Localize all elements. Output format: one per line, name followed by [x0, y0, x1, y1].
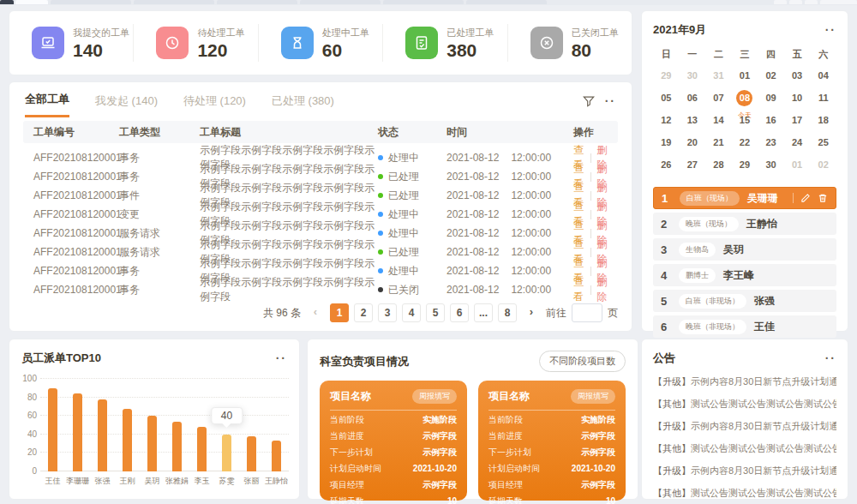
page-button[interactable]: 6 [450, 303, 469, 322]
day-cell[interactable]: 02 [758, 66, 784, 86]
day-cell[interactable]: 24 [784, 133, 811, 153]
day-cell[interactable]: 09 [758, 88, 784, 108]
goto-page-input[interactable] [572, 303, 602, 322]
project-card[interactable]: 项目名称 周报填写 当前阶段实施阶段 当前进度示例字段 下一步计划示例字段 计划… [320, 381, 467, 501]
top-tab[interactable] [51, 0, 131, 4]
day-cell[interactable]: 02 [810, 155, 836, 175]
page-button[interactable]: 8 [498, 303, 517, 322]
day-cell[interactable]: 18 [810, 111, 836, 130]
announcement-item[interactable]: 【升级】示例内容8月30日新节点升级计划通知 [653, 420, 836, 433]
delete-link[interactable]: 删除 [596, 275, 608, 304]
schedule-item[interactable]: 4鹏博士李王峰 [653, 264, 836, 286]
top-tab[interactable] [820, 0, 857, 4]
top-tab[interactable] [466, 0, 547, 4]
day-cell[interactable]: 10 [784, 88, 811, 108]
schedule-item[interactable]: 6晚班（非现场）王佳 [653, 315, 836, 338]
table-row[interactable]: AFF202108120001事务示例字段示例字段示例字段示例字段示例字段 已关… [23, 275, 618, 294]
prev-page-button[interactable]: ‹ [306, 303, 325, 322]
day-cell[interactable]: 06 [680, 88, 706, 108]
weekly-report-badge[interactable]: 周报填写 [571, 389, 615, 404]
bar[interactable] [172, 422, 182, 471]
day-cell[interactable]: 01 [784, 155, 811, 175]
day-cell[interactable]: 23 [758, 133, 784, 153]
next-page-button[interactable]: › [522, 303, 541, 322]
day-cell[interactable]: 12 [653, 111, 680, 130]
table-row[interactable]: AFF202108120001事务示例字段示例字段示例字段示例字段示例字段 处理… [23, 143, 618, 162]
day-cell[interactable]: 19 [653, 133, 680, 153]
announcement-item[interactable]: 【其他】测试公告测试公告测试公告测试公告测试公告 [653, 398, 836, 411]
top-tab[interactable] [300, 0, 381, 4]
day-cell[interactable]: 11 [810, 88, 836, 108]
trash-icon[interactable] [818, 193, 828, 203]
bar[interactable] [48, 388, 57, 471]
day-cell[interactable]: 20 [680, 133, 706, 153]
project-card[interactable]: 项目名称 周报填写 当前阶段实施阶段 当前进度示例字段 下一步计划示例字段 计划… [478, 381, 626, 501]
stage-count-button[interactable]: 不同阶段项目数 [539, 351, 626, 372]
table-row[interactable]: AFF202108120001服务请求示例字段示例字段示例字段示例字段示例字段 … [23, 237, 618, 256]
schedule-item[interactable]: 5白班（非现场）张强 [653, 290, 836, 312]
table-row[interactable]: AFF202108120001变更示例字段示例字段示例字段示例字段示例字段 处理… [23, 200, 618, 219]
day-cell[interactable]: 04 [810, 66, 836, 86]
schedule-item[interactable]: 2晚班（现场）王静怡 [653, 213, 836, 235]
tab-processed[interactable]: 已处理 (380) [272, 93, 334, 117]
day-cell[interactable]: 16 [758, 111, 784, 130]
tab-my-initiated[interactable]: 我发起 (140) [95, 93, 158, 117]
more-icon[interactable]: ·· [825, 27, 836, 33]
tab-pending[interactable]: 待处理 (120) [183, 93, 246, 117]
bar[interactable] [123, 409, 132, 471]
announcement-item[interactable]: 【其他】测试公告测试公告测试公告测试公告测试公告 [653, 442, 836, 455]
day-cell[interactable]: 03 [784, 66, 811, 86]
table-row[interactable]: AFF202108120001事件示例字段示例字段示例字段示例字段示例字段 已处… [23, 181, 618, 200]
top-tab[interactable] [134, 0, 214, 4]
bar[interactable] [197, 427, 207, 471]
day-cell[interactable]: 30 [758, 155, 784, 175]
day-cell[interactable]: 29 [732, 155, 758, 175]
more-icon[interactable]: ·· [605, 98, 616, 105]
day-cell[interactable]: 30 [680, 66, 706, 86]
day-cell[interactable]: 05 [653, 88, 680, 108]
filter-icon[interactable] [583, 95, 595, 107]
top-tab[interactable] [774, 0, 787, 4]
day-cell[interactable]: 22 [732, 133, 758, 153]
bar[interactable] [147, 416, 157, 471]
day-cell[interactable]: 01 [732, 66, 758, 86]
top-tab[interactable] [805, 0, 818, 4]
bar[interactable] [247, 436, 256, 471]
top-tab[interactable] [217, 0, 297, 4]
table-row[interactable]: AFF202108120001事务示例字段示例字段示例字段示例字段示例字段 处理… [23, 256, 618, 275]
more-icon[interactable]: ·· [276, 355, 287, 362]
day-cell-today[interactable]: 08今天 [732, 88, 758, 108]
page-button[interactable]: 4 [402, 303, 421, 322]
page-button[interactable]: 3 [378, 303, 397, 322]
tab-all-orders[interactable]: 全部工单 [25, 92, 69, 117]
announcement-item[interactable]: 【升级】示例内容8月30日新节点升级计划通知 [653, 375, 836, 388]
top-tab[interactable] [383, 0, 464, 4]
more-icon[interactable]: ·· [825, 355, 836, 362]
day-cell[interactable]: 17 [784, 111, 811, 130]
top-tab[interactable] [0, 0, 14, 4]
schedule-item[interactable]: 1 白班（现场） 吴珊珊 [653, 187, 836, 209]
page-button[interactable]: 1 [330, 303, 349, 322]
page-ellipsis[interactable]: ... [474, 303, 493, 322]
page-button[interactable]: 2 [354, 303, 373, 322]
day-cell[interactable]: 29 [653, 66, 680, 86]
view-link[interactable]: 查看 [573, 275, 584, 304]
announcement-item[interactable]: 【升级】示例内容8月30日新节点升级计划通知 [653, 465, 836, 477]
bar[interactable] [272, 441, 281, 471]
bar[interactable] [73, 393, 82, 471]
day-cell[interactable]: 07 [705, 88, 732, 108]
day-cell[interactable]: 14 [705, 111, 732, 130]
table-row[interactable]: AFF202108120001事务示例字段示例字段示例字段示例字段示例字段 已处… [23, 162, 618, 181]
day-cell[interactable]: 25 [810, 133, 836, 153]
day-cell[interactable]: 27 [680, 155, 706, 175]
bar-highlighted[interactable] [222, 435, 231, 471]
announcement-item[interactable]: 【其他】测试公告测试公告测试公告测试公告测试公告 [653, 487, 836, 500]
weekly-report-badge[interactable]: 周报填写 [412, 389, 457, 404]
edit-icon[interactable] [800, 193, 811, 203]
day-cell[interactable]: 15 [732, 111, 758, 130]
day-cell[interactable]: 26 [653, 155, 680, 175]
bar[interactable] [98, 399, 107, 471]
day-cell[interactable]: 31 [705, 66, 732, 86]
day-cell[interactable]: 21 [705, 133, 732, 153]
day-cell[interactable]: 28 [705, 155, 732, 175]
